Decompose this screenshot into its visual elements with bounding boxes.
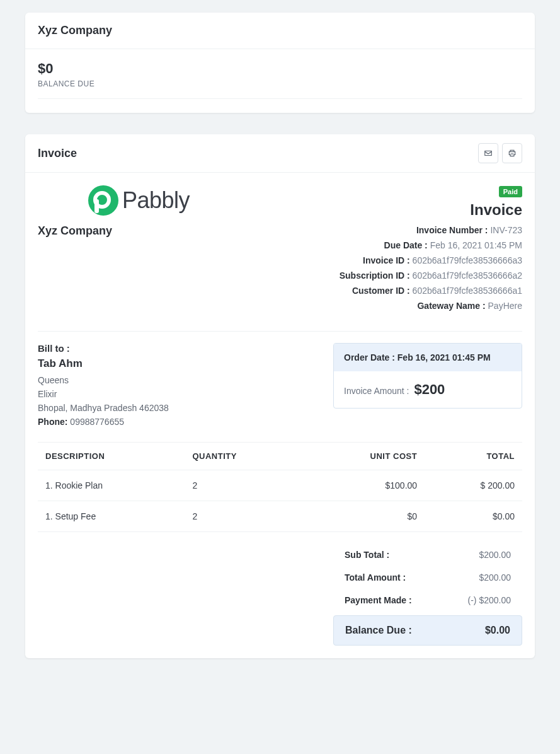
invoice-number-value: INV-723 [490,225,522,235]
divider [38,331,522,332]
cell-desc: 1. Setup Fee [38,501,185,532]
customer-id-value: 602b6a1f79fcfe38536666a1 [413,286,522,296]
order-amount-row: Invoice Amount : $200 [334,371,522,408]
col-quantity: QUANTITY [185,443,302,470]
invoice-meta: Paid Invoice Invoice Number : INV-723 Du… [340,185,522,316]
balance-label: BALANCE DUE [38,79,522,88]
print-icon [508,149,517,158]
order-box: Order Date : Feb 16, 2021 01:45 PM Invoi… [333,343,522,409]
cell-total: $0.00 [425,501,522,532]
invoice-amount-label: Invoice Amount : [344,386,409,396]
invoice-section-title: Invoice [38,147,77,160]
bill-to-phone: Phone: 09988776655 [38,417,308,427]
invoice-id-label: Invoice ID : [363,255,410,265]
bill-to-name: Tab Ahm [38,357,308,370]
subscription-id-line: Subscription ID : 602b6a1f79fcfe38536666… [340,270,522,281]
invoice-amount-value: $200 [414,381,445,397]
brand-logo: Pabbly [38,185,190,216]
total-amount-row: Total Amount : $200.00 [333,566,522,589]
subscription-id-label: Subscription ID : [340,270,410,281]
logo-section: Pabbly Xyz Company [38,185,190,238]
order-date-value: Feb 16, 2021 01:45 PM [397,352,491,362]
line-items-table: DESCRIPTION QUANTITY UNIT COST TOTAL 1. … [38,442,522,532]
email-button[interactable] [478,143,498,163]
logo-text: Pabbly [122,187,190,214]
bill-to-line1: Queens [38,375,308,385]
invoice-number-label: Invoice Number : [416,225,488,235]
divider [38,98,522,99]
subtotal-row: Sub Total : $200.00 [333,543,522,566]
cell-qty: 2 [185,470,302,501]
cell-desc: 1. Rookie Plan [38,470,185,501]
cell-total: $ 200.00 [425,470,522,501]
gateway-label: Gateway Name : [417,301,485,311]
invoice-id-value: 602b6a1f79fcfe38536666a3 [413,255,522,265]
table-row: 1. Setup Fee 2 $0 $0.00 [38,501,522,532]
invoice-company-name: Xyz Company [38,224,190,238]
order-date-label: Order Date : [344,352,395,362]
balance-due-row: Balance Due : $0.00 [333,615,522,646]
due-date-line: Due Date : Feb 16, 2021 01:45 PM [340,240,522,250]
total-amount-label: Total Amount : [345,572,406,583]
company-title: Xyz Company [38,24,522,37]
bill-to-block: Bill to : Tab Ahm Queens Elixir Bhopal, … [38,343,308,427]
table-row: 1. Rookie Plan 2 $100.00 $ 200.00 [38,470,522,501]
action-buttons [478,143,522,163]
col-unit-cost: UNIT COST [302,443,425,470]
total-amount-value: $200.00 [479,572,511,583]
status-badge: Paid [499,186,522,197]
cell-unit: $100.00 [302,470,425,501]
invoice-card: Invoice Pabbly Xyz Company [25,134,535,658]
bill-to-label: Bill to : [38,343,308,354]
summary-header: Xyz Company [25,13,535,49]
bill-to-line2: Elixir [38,389,308,399]
subscription-id-value: 602b6a1f79fcfe38536666a2 [413,270,522,281]
balance-due-value: $0.00 [485,625,510,636]
gateway-line: Gateway Name : PayHere [340,301,522,311]
logo-mark-icon [88,185,118,216]
col-total: TOTAL [425,443,522,470]
due-date-value: Feb 16, 2021 01:45 PM [430,240,522,250]
invoice-top-row: Pabbly Xyz Company Paid Invoice Invoice … [38,185,522,316]
customer-id-label: Customer ID : [352,286,410,296]
envelope-icon [484,149,493,158]
cell-qty: 2 [185,501,302,532]
totals-block: Sub Total : $200.00 Total Amount : $200.… [333,543,522,646]
bill-to-line3: Bhopal, Madhya Pradesh 462038 [38,403,308,413]
phone-value: 09988776655 [70,417,124,427]
customer-id-line: Customer ID : 602b6a1f79fcfe38536666a1 [340,286,522,296]
phone-label: Phone: [38,417,67,427]
cell-unit: $0 [302,501,425,532]
invoice-number-line: Invoice Number : INV-723 [340,225,522,235]
summary-body: $0 BALANCE DUE [25,49,535,113]
order-date-row: Order Date : Feb 16, 2021 01:45 PM [334,344,522,371]
payment-made-row: Payment Made : (-) $200.00 [333,589,522,612]
summary-card: Xyz Company $0 BALANCE DUE [25,13,535,113]
invoice-body: Pabbly Xyz Company Paid Invoice Invoice … [25,173,535,658]
subtotal-label: Sub Total : [345,550,389,560]
print-button[interactable] [502,143,522,163]
col-description: DESCRIPTION [38,443,185,470]
balance-due-label: Balance Due : [345,625,412,636]
bill-row: Bill to : Tab Ahm Queens Elixir Bhopal, … [38,343,522,427]
invoice-header: Invoice [25,134,535,173]
balance-amount: $0 [38,61,522,77]
due-date-label: Due Date : [384,240,428,250]
invoice-id-line: Invoice ID : 602b6a1f79fcfe38536666a3 [340,255,522,265]
payment-made-label: Payment Made : [345,595,412,605]
gateway-value: PayHere [488,301,522,311]
payment-made-value: (-) $200.00 [468,595,511,605]
invoice-heading: Invoice [340,201,522,219]
subtotal-value: $200.00 [479,550,511,560]
